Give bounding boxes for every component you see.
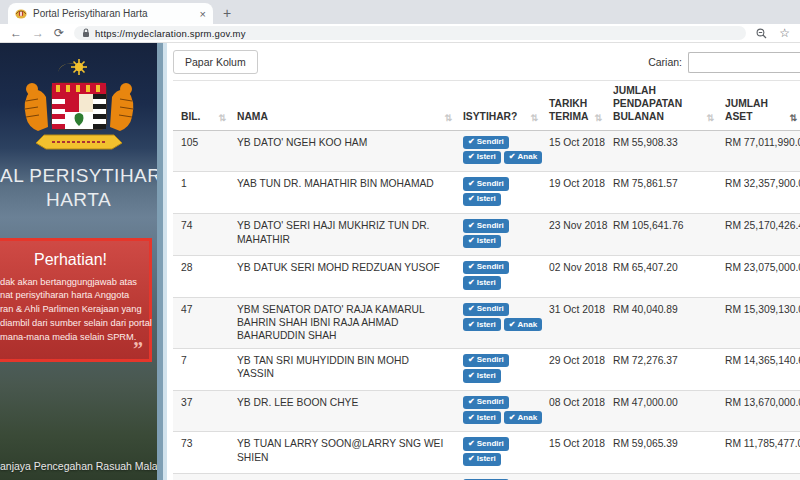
cell-bil: 19 — [173, 474, 229, 480]
cell-aset: RM 32,357,900.00 — [717, 172, 800, 214]
back-icon[interactable]: ← — [10, 27, 22, 39]
cell-pendapatan: RM 58,100.98 — [605, 474, 717, 480]
cell-bil: 37 — [173, 390, 229, 432]
declaration-badge-sendiri: ✔Sendiri — [463, 177, 509, 190]
declarations-table: BIL.⇅NAMA⇅ISYTIHAR?⇅TARIKH TERIMA⇅JUMLAH… — [173, 80, 800, 480]
declaration-badge-sendiri: ✔Sendiri — [463, 136, 509, 149]
check-icon: ✔ — [468, 397, 475, 406]
cell-nama: YAB TUN DR. MAHATHIR BIN MOHAMAD — [229, 172, 455, 214]
declaration-badge-isteri: ✔Isteri — [463, 318, 501, 331]
cell-nama: YB TAN SRI MUHYIDDIN BIN MOHD YASSIN — [229, 348, 455, 390]
portal-title: AL PERISYTIHARAN HARTA — [0, 164, 157, 212]
cell-tarikh: 01 Nov 2018 — [541, 474, 605, 480]
check-icon: ✔ — [468, 413, 475, 422]
sort-icon[interactable]: ⇅ — [789, 113, 797, 124]
table-row[interactable]: 7YB TAN SRI MUHYIDDIN BIN MOHD YASSIN✔Se… — [173, 348, 800, 390]
declaration-badge-sendiri: ✔Sendiri — [463, 219, 509, 232]
sort-icon[interactable]: ⇅ — [594, 113, 602, 124]
table-row[interactable]: 47YBM SENATOR DATO' RAJA KAMARUL BAHRIN … — [173, 297, 800, 348]
notice-line: dak akan bertanggungjawab atas — [0, 276, 141, 290]
declaration-badge-isteri: ✔Isteri — [463, 411, 501, 424]
cell-nama: YB DATO' SERI HAJI MUKHRIZ TUN DR. MAHAT… — [229, 214, 455, 256]
reload-icon[interactable]: ⟳ — [54, 27, 64, 39]
cell-pendapatan: RM 75,861.57 — [605, 172, 717, 214]
column-header-jumlah-aset[interactable]: JUMLAH ASET⇅ — [717, 81, 800, 131]
cell-isytihar: ✔Sendiri✔Isteri✔Anak — [455, 130, 541, 172]
cell-bil: 74 — [173, 214, 229, 256]
check-icon: ✔ — [468, 152, 475, 161]
browser-tab[interactable]: Portal Perisytiharan Harta × — [8, 3, 213, 24]
portal-sidebar: AL PERISYTIHARAN HARTA Perhatian! dak ak… — [0, 43, 157, 480]
cell-aset: RM 15,309,130.00 — [717, 297, 800, 348]
url-bar[interactable]: https://mydeclaration.sprm.gov.my — [74, 26, 746, 40]
browser-tab-bar: Portal Perisytiharan Harta × + — [0, 0, 800, 24]
cell-nama: YB DATO' NGEH KOO HAM — [229, 130, 455, 172]
closing-quote-icon: ” — [133, 338, 143, 361]
cell-aset: RM 14,365,140.65 — [717, 348, 800, 390]
papar-kolum-button[interactable]: Papar Kolum — [173, 50, 258, 74]
search-input[interactable] — [688, 52, 800, 73]
cell-nama: YB TUAN LARRY SOON@LARRY SNG WEI SHIEN — [229, 432, 455, 474]
declaration-badge-isteri: ✔Isteri — [463, 453, 501, 466]
cell-pendapatan: RM 65,407.20 — [605, 255, 717, 297]
declaration-badge-isteri: ✔Isteri — [463, 276, 501, 289]
check-icon: ✔ — [468, 304, 475, 313]
portal-title-line1: AL PERISYTIHARAN — [0, 164, 157, 188]
cell-pendapatan: RM 55,908.33 — [605, 130, 717, 172]
sort-icon[interactable]: ⇅ — [444, 113, 452, 124]
tab-close-icon[interactable]: × — [200, 8, 206, 20]
sidebar-footer-text: anjaya Pencegahan Rasuah Malaysia — [0, 460, 157, 472]
check-icon: ✔ — [468, 179, 475, 188]
column-header-isytihar-[interactable]: ISYTIHAR?⇅ — [455, 81, 541, 131]
perhatian-notice-box: Perhatian! dak akan bertanggungjawab ata… — [0, 238, 152, 363]
cell-pendapatan: RM 105,641.76 — [605, 214, 717, 256]
table-row[interactable]: 74YB DATO' SERI HAJI MUKHRIZ TUN DR. MAH… — [173, 214, 800, 256]
zoom-icon[interactable] — [756, 28, 767, 39]
column-header-bil-[interactable]: BIL.⇅ — [173, 81, 229, 131]
cell-pendapatan: RM 59,065.39 — [605, 432, 717, 474]
cell-pendapatan: RM 40,040.89 — [605, 297, 717, 348]
cell-bil: 1 — [173, 172, 229, 214]
cell-bil: 28 — [173, 255, 229, 297]
check-icon: ✔ — [509, 152, 516, 161]
cell-tarikh: 08 Oct 2018 — [541, 390, 605, 432]
declaration-badge-anak: ✔Anak — [504, 151, 542, 164]
table-row[interactable]: 1YAB TUN DR. MAHATHIR BIN MOHAMAD✔Sendir… — [173, 172, 800, 214]
bookmark-star-icon[interactable]: ☆ — [779, 27, 790, 39]
declaration-badge-anak: ✔Anak — [504, 318, 542, 331]
column-header-nama[interactable]: NAMA⇅ — [229, 81, 455, 131]
declaration-badge-anak: ✔Anak — [504, 411, 542, 424]
cell-pendapatan: RM 47,000.00 — [605, 390, 717, 432]
main-content: Papar Kolum Carian: BIL.⇅NAMA⇅ISYTIHAR?⇅… — [167, 43, 800, 480]
new-tab-icon[interactable]: + — [223, 5, 231, 24]
check-icon: ✔ — [468, 371, 475, 380]
cell-bil: 47 — [173, 297, 229, 348]
portal-title-line2: HARTA — [0, 188, 157, 212]
cell-aset: RM 11,599,900.00 — [717, 474, 800, 480]
malaysia-coat-of-arms — [18, 57, 140, 153]
check-icon: ✔ — [509, 413, 516, 422]
cell-isytihar: ✔Sendiri✔Isteri — [455, 214, 541, 256]
table-row[interactable]: 37YB DR. LEE BOON CHYE✔Sendiri✔Isteri✔An… — [173, 390, 800, 432]
check-icon: ✔ — [468, 278, 475, 287]
column-header-tarikh-terima[interactable]: TARIKH TERIMA⇅ — [541, 81, 605, 131]
notice-line: diambil dari sumber selain dari portal — [0, 317, 141, 331]
table-row[interactable]: 105YB DATO' NGEH KOO HAM✔Sendiri✔Isteri✔… — [173, 130, 800, 172]
cell-bil: 105 — [173, 130, 229, 172]
check-icon: ✔ — [468, 221, 475, 230]
table-row[interactable]: 28YB DATUK SERI MOHD REDZUAN YUSOF✔Sendi… — [173, 255, 800, 297]
cell-bil: 7 — [173, 348, 229, 390]
site-favicon-crest-icon — [15, 8, 27, 20]
table-row[interactable]: 19YB TUAN GOBIND SINGH DEO✔Sendiri✔Ister… — [173, 474, 800, 480]
column-header-jumlah-pendapatan-bulanan[interactable]: JUMLAH PENDAPATAN BULANAN⇅ — [605, 81, 717, 131]
cell-aset: RM 77,011,990.00 — [717, 130, 800, 172]
search-label: Carian: — [648, 56, 682, 68]
page-body: AL PERISYTIHARAN HARTA Perhatian! dak ak… — [0, 43, 800, 480]
sort-icon[interactable]: ⇅ — [530, 113, 538, 124]
cell-bil: 73 — [173, 432, 229, 474]
sort-icon[interactable]: ⇅ — [218, 113, 226, 124]
table-row[interactable]: 73YB TUAN LARRY SOON@LARRY SNG WEI SHIEN… — [173, 432, 800, 474]
sort-icon[interactable]: ⇅ — [706, 113, 714, 124]
check-icon: ✔ — [468, 454, 475, 463]
forward-icon[interactable]: → — [32, 27, 44, 39]
